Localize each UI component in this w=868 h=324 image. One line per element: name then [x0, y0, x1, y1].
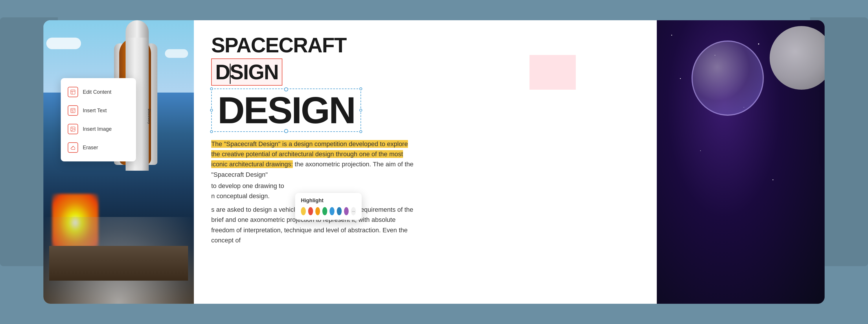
handle-bottom-left[interactable] [210, 130, 213, 133]
swatch-red[interactable] [308, 207, 313, 215]
misspelled-text-rest: SIGN [230, 61, 278, 84]
swatch-blue[interactable] [337, 207, 342, 215]
cloud1 [46, 38, 81, 49]
menu-item-insert-image[interactable]: Insert Image [61, 120, 136, 138]
menu-item-insert-text[interactable]: T Insert Text [61, 101, 136, 120]
highlight-popup-title: Highlight [301, 198, 356, 204]
swatch-purple[interactable] [344, 207, 349, 215]
menu-item-edit-content[interactable]: Edit Content [61, 83, 136, 101]
swatch-more-button[interactable]: ··· [351, 207, 356, 215]
insert-image-icon [68, 124, 78, 134]
handle-top-right[interactable] [359, 87, 362, 90]
title-row-1: SPACECRAFT [211, 35, 640, 56]
body-paragraph-1: The "Spacecraft Design" is a design comp… [211, 139, 414, 180]
handle-mid-left[interactable] [210, 109, 213, 112]
design-selected-element[interactable]: DESIGN [211, 89, 640, 132]
pink-accent-decoration [529, 55, 576, 90]
menu-label-insert-image: Insert Image [83, 126, 112, 132]
discovery-label: Discovery [148, 109, 151, 124]
body-text-plain-3: n conceptual design. [211, 192, 270, 200]
svg-text:T: T [73, 111, 74, 113]
left-panel: Discovery Edit Content T Insert Text [43, 20, 194, 304]
menu-item-eraser[interactable]: Eraser [61, 138, 136, 157]
swatch-yellow[interactable] [301, 207, 306, 215]
insert-text-icon: T [68, 105, 78, 116]
body-paragraph-2: to develop one drawing to [211, 181, 414, 191]
right-panel: To infinity and beyond... [657, 20, 825, 304]
svg-point-8 [72, 128, 73, 129]
swatch-blue-light[interactable] [330, 207, 335, 215]
swatch-orange[interactable] [315, 207, 320, 215]
astronaut-figure [657, 35, 825, 304]
spell-check-word[interactable]: DSIGN [211, 59, 282, 86]
content-area: SPACECRAFT DSIGN DESIGN The "Spacecraft [194, 20, 657, 304]
main-container: Discovery Edit Content T Insert Text [43, 20, 825, 304]
svg-rect-0 [71, 90, 75, 94]
handle-bottom-right[interactable] [359, 130, 362, 133]
design-large-text: DESIGN [218, 91, 355, 129]
menu-label-insert-text: Insert Text [83, 108, 107, 114]
eraser-icon [68, 142, 78, 153]
swatch-green[interactable] [322, 207, 327, 215]
body-text-block: The "Spacecraft Design" is a design comp… [211, 139, 414, 245]
astronaut-image [657, 20, 825, 304]
handle-mid-right[interactable] [359, 109, 362, 112]
launch-pad [49, 246, 188, 281]
highlight-color-swatches: ··· [301, 207, 356, 215]
cloud2 [165, 49, 188, 58]
context-menu: Edit Content T Insert Text Insert Image … [61, 78, 136, 161]
page-title-spacecraft: SPACECRAFT [211, 35, 346, 56]
edit-content-icon [68, 87, 78, 97]
astronaut-suit [674, 58, 784, 220]
handle-top-left[interactable] [210, 87, 213, 90]
body-text-plain-2: to develop one drawing to [211, 182, 284, 190]
design-text-box[interactable]: DESIGN [211, 89, 361, 132]
rocket-nose [126, 20, 149, 38]
misspelled-text: D [215, 61, 230, 84]
menu-label-eraser: Eraser [83, 144, 98, 151]
highlight-popup: Highlight ··· [295, 193, 362, 220]
spacecraft-image: Discovery [43, 20, 194, 304]
svg-line-9 [71, 146, 73, 148]
menu-label-edit-content: Edit Content [83, 89, 112, 95]
